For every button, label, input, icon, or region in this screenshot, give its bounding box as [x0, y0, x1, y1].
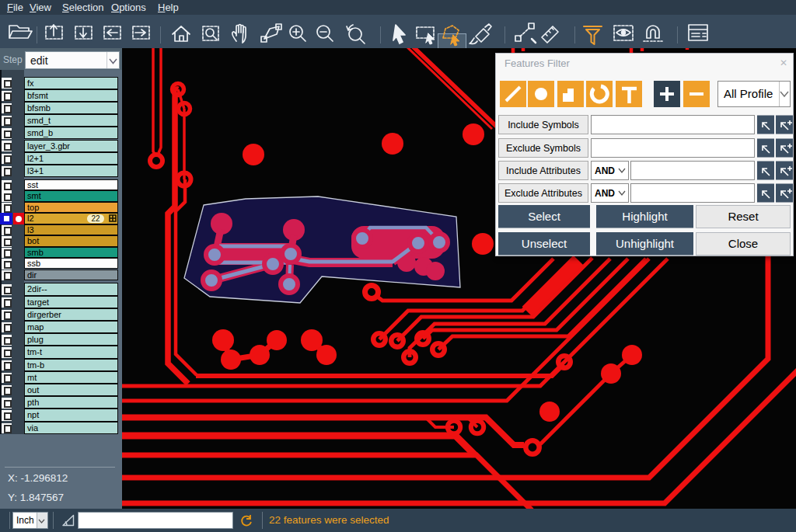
svg-text:Close: Close — [728, 237, 758, 250]
svg-text:All Profile: All Profile — [724, 87, 773, 100]
svg-text:Include Attributes: Include Attributes — [506, 165, 581, 176]
svg-text:Select: Select — [528, 210, 561, 223]
svg-text:Include Symbols: Include Symbols — [508, 120, 579, 130]
svg-text:Unhighlight: Unhighlight — [616, 237, 675, 250]
svg-text:AND: AND — [595, 188, 615, 199]
svg-text:Exclude Attributes: Exclude Attributes — [504, 188, 582, 199]
svg-text:AND: AND — [595, 165, 615, 176]
svg-text:Reset: Reset — [728, 210, 759, 223]
svg-text:Highlight: Highlight — [622, 210, 668, 223]
svg-text:Exclude Symbols: Exclude Symbols — [506, 143, 581, 154]
svg-text:Unselect: Unselect — [522, 237, 567, 250]
